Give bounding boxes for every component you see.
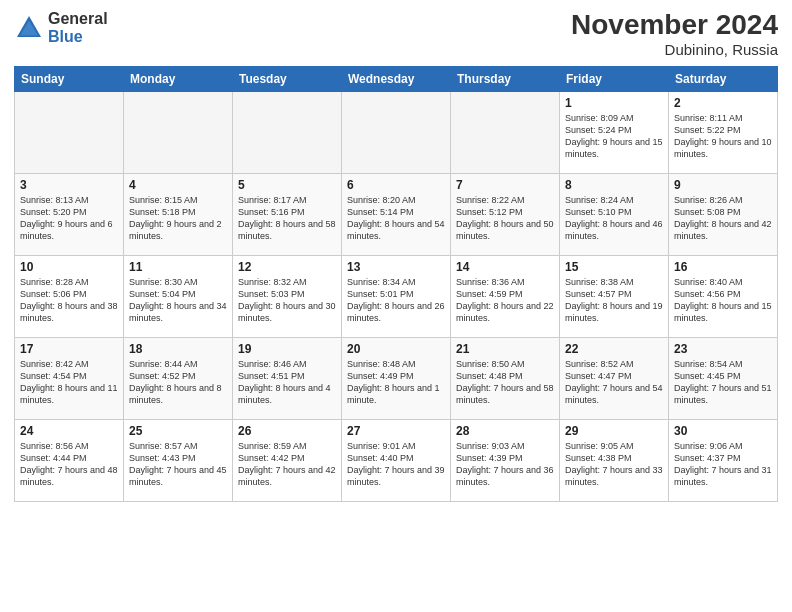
weekday-header-cell: Monday [124,66,233,91]
calendar-day-cell: 27Sunrise: 9:01 AM Sunset: 4:40 PM Dayli… [342,419,451,501]
calendar-day-cell: 23Sunrise: 8:54 AM Sunset: 4:45 PM Dayli… [669,337,778,419]
day-number: 23 [674,342,772,356]
day-info: Sunrise: 8:30 AM Sunset: 5:04 PM Dayligh… [129,276,227,325]
day-info: Sunrise: 8:09 AM Sunset: 5:24 PM Dayligh… [565,112,663,161]
calendar-day-cell: 19Sunrise: 8:46 AM Sunset: 4:51 PM Dayli… [233,337,342,419]
day-info: Sunrise: 8:50 AM Sunset: 4:48 PM Dayligh… [456,358,554,407]
day-number: 27 [347,424,445,438]
day-info: Sunrise: 8:15 AM Sunset: 5:18 PM Dayligh… [129,194,227,243]
calendar-day-cell: 4Sunrise: 8:15 AM Sunset: 5:18 PM Daylig… [124,173,233,255]
calendar-week-row: 10Sunrise: 8:28 AM Sunset: 5:06 PM Dayli… [15,255,778,337]
day-number: 2 [674,96,772,110]
day-number: 13 [347,260,445,274]
day-info: Sunrise: 8:34 AM Sunset: 5:01 PM Dayligh… [347,276,445,325]
day-number: 21 [456,342,554,356]
main-container: General Blue November 2024 Dubinino, Rus… [0,0,792,612]
calendar-day-cell: 2Sunrise: 8:11 AM Sunset: 5:22 PM Daylig… [669,91,778,173]
calendar-day-cell: 1Sunrise: 8:09 AM Sunset: 5:24 PM Daylig… [560,91,669,173]
logo-general: General [48,10,108,27]
day-info: Sunrise: 8:52 AM Sunset: 4:47 PM Dayligh… [565,358,663,407]
day-info: Sunrise: 8:11 AM Sunset: 5:22 PM Dayligh… [674,112,772,161]
day-info: Sunrise: 8:24 AM Sunset: 5:10 PM Dayligh… [565,194,663,243]
calendar-body: 1Sunrise: 8:09 AM Sunset: 5:24 PM Daylig… [15,91,778,501]
day-info: Sunrise: 8:22 AM Sunset: 5:12 PM Dayligh… [456,194,554,243]
weekday-header-cell: Saturday [669,66,778,91]
day-number: 5 [238,178,336,192]
weekday-header-cell: Thursday [451,66,560,91]
calendar-day-cell: 3Sunrise: 8:13 AM Sunset: 5:20 PM Daylig… [15,173,124,255]
calendar-day-cell: 12Sunrise: 8:32 AM Sunset: 5:03 PM Dayli… [233,255,342,337]
calendar-table: SundayMondayTuesdayWednesdayThursdayFrid… [14,66,778,502]
calendar-day-cell: 21Sunrise: 8:50 AM Sunset: 4:48 PM Dayli… [451,337,560,419]
logo: General Blue [14,10,108,45]
day-number: 10 [20,260,118,274]
day-info: Sunrise: 9:03 AM Sunset: 4:39 PM Dayligh… [456,440,554,489]
day-number: 9 [674,178,772,192]
day-number: 25 [129,424,227,438]
day-info: Sunrise: 8:13 AM Sunset: 5:20 PM Dayligh… [20,194,118,243]
day-info: Sunrise: 8:17 AM Sunset: 5:16 PM Dayligh… [238,194,336,243]
calendar-day-cell [233,91,342,173]
header: General Blue November 2024 Dubinino, Rus… [14,10,778,58]
day-info: Sunrise: 9:01 AM Sunset: 4:40 PM Dayligh… [347,440,445,489]
logo-icon [14,13,44,43]
weekday-header-cell: Friday [560,66,669,91]
day-info: Sunrise: 8:59 AM Sunset: 4:42 PM Dayligh… [238,440,336,489]
day-info: Sunrise: 9:05 AM Sunset: 4:38 PM Dayligh… [565,440,663,489]
calendar-day-cell: 9Sunrise: 8:26 AM Sunset: 5:08 PM Daylig… [669,173,778,255]
calendar-day-cell: 22Sunrise: 8:52 AM Sunset: 4:47 PM Dayli… [560,337,669,419]
day-number: 24 [20,424,118,438]
calendar-day-cell [124,91,233,173]
day-number: 18 [129,342,227,356]
day-info: Sunrise: 8:56 AM Sunset: 4:44 PM Dayligh… [20,440,118,489]
day-number: 11 [129,260,227,274]
weekday-header-cell: Tuesday [233,66,342,91]
calendar-day-cell: 25Sunrise: 8:57 AM Sunset: 4:43 PM Dayli… [124,419,233,501]
day-info: Sunrise: 8:44 AM Sunset: 4:52 PM Dayligh… [129,358,227,407]
day-number: 1 [565,96,663,110]
day-info: Sunrise: 8:20 AM Sunset: 5:14 PM Dayligh… [347,194,445,243]
day-number: 26 [238,424,336,438]
day-info: Sunrise: 8:42 AM Sunset: 4:54 PM Dayligh… [20,358,118,407]
calendar-day-cell: 8Sunrise: 8:24 AM Sunset: 5:10 PM Daylig… [560,173,669,255]
month-title: November 2024 [571,10,778,41]
day-info: Sunrise: 9:06 AM Sunset: 4:37 PM Dayligh… [674,440,772,489]
day-number: 16 [674,260,772,274]
day-info: Sunrise: 8:26 AM Sunset: 5:08 PM Dayligh… [674,194,772,243]
weekday-header-cell: Wednesday [342,66,451,91]
day-number: 15 [565,260,663,274]
day-number: 12 [238,260,336,274]
calendar-day-cell: 13Sunrise: 8:34 AM Sunset: 5:01 PM Dayli… [342,255,451,337]
calendar-day-cell [451,91,560,173]
day-info: Sunrise: 8:54 AM Sunset: 4:45 PM Dayligh… [674,358,772,407]
calendar-day-cell: 20Sunrise: 8:48 AM Sunset: 4:49 PM Dayli… [342,337,451,419]
calendar-day-cell: 24Sunrise: 8:56 AM Sunset: 4:44 PM Dayli… [15,419,124,501]
day-info: Sunrise: 8:28 AM Sunset: 5:06 PM Dayligh… [20,276,118,325]
weekday-header-cell: Sunday [15,66,124,91]
day-number: 14 [456,260,554,274]
calendar-day-cell: 26Sunrise: 8:59 AM Sunset: 4:42 PM Dayli… [233,419,342,501]
day-info: Sunrise: 8:48 AM Sunset: 4:49 PM Dayligh… [347,358,445,407]
calendar-day-cell: 28Sunrise: 9:03 AM Sunset: 4:39 PM Dayli… [451,419,560,501]
calendar-day-cell: 17Sunrise: 8:42 AM Sunset: 4:54 PM Dayli… [15,337,124,419]
location: Dubinino, Russia [571,41,778,58]
day-number: 19 [238,342,336,356]
day-info: Sunrise: 8:38 AM Sunset: 4:57 PM Dayligh… [565,276,663,325]
calendar-day-cell: 7Sunrise: 8:22 AM Sunset: 5:12 PM Daylig… [451,173,560,255]
calendar-week-row: 24Sunrise: 8:56 AM Sunset: 4:44 PM Dayli… [15,419,778,501]
day-number: 30 [674,424,772,438]
calendar-day-cell: 10Sunrise: 8:28 AM Sunset: 5:06 PM Dayli… [15,255,124,337]
calendar-day-cell: 5Sunrise: 8:17 AM Sunset: 5:16 PM Daylig… [233,173,342,255]
day-number: 29 [565,424,663,438]
calendar-day-cell: 15Sunrise: 8:38 AM Sunset: 4:57 PM Dayli… [560,255,669,337]
weekday-header-row: SundayMondayTuesdayWednesdayThursdayFrid… [15,66,778,91]
calendar-day-cell: 30Sunrise: 9:06 AM Sunset: 4:37 PM Dayli… [669,419,778,501]
calendar-week-row: 17Sunrise: 8:42 AM Sunset: 4:54 PM Dayli… [15,337,778,419]
day-number: 6 [347,178,445,192]
calendar-week-row: 3Sunrise: 8:13 AM Sunset: 5:20 PM Daylig… [15,173,778,255]
day-number: 17 [20,342,118,356]
day-info: Sunrise: 8:57 AM Sunset: 4:43 PM Dayligh… [129,440,227,489]
day-info: Sunrise: 8:46 AM Sunset: 4:51 PM Dayligh… [238,358,336,407]
day-info: Sunrise: 8:40 AM Sunset: 4:56 PM Dayligh… [674,276,772,325]
day-info: Sunrise: 8:32 AM Sunset: 5:03 PM Dayligh… [238,276,336,325]
